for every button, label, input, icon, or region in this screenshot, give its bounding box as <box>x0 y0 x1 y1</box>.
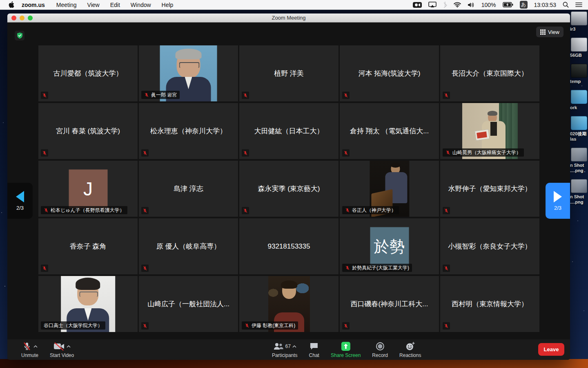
participant-tile[interactable]: 山崎晃男（大阪樟蔭女子大学） <box>440 103 539 159</box>
menu-zoom-us[interactable]: zoom.us <box>22 2 45 8</box>
participant-tile[interactable]: 山﨑広子（一般社団法人... <box>139 276 238 332</box>
zoom-window-button[interactable] <box>28 16 33 20</box>
menu-help[interactable]: Help <box>162 2 174 8</box>
start-video-button[interactable]: Start Video <box>44 339 80 360</box>
menu-window[interactable]: Window <box>131 2 151 8</box>
window-title-bar[interactable]: Zoom Meeting <box>7 13 570 22</box>
window-title: Zoom Meeting <box>272 15 305 21</box>
participant-grid: 古川愛都（筑波大学）眞一郎 岩宮植野 洋美河本 拓海(筑波大学)長沼大介（東京国… <box>38 45 539 332</box>
unmute-button[interactable]: Unmute <box>16 339 44 360</box>
security-shield-icon <box>17 32 23 39</box>
participant-tile[interactable]: 谷口高士（大阪学院大学） <box>38 276 138 332</box>
participant-tile[interactable]: 西口磯春(神奈川工科大... <box>340 276 439 332</box>
traffic-lights <box>11 16 33 20</box>
screen-mirroring-icon[interactable] <box>428 2 437 8</box>
desktop-icon-shot[interactable]: n Shot ....png <box>570 179 588 205</box>
participant-tile[interactable]: 長沼大介（東京国際大） <box>440 45 539 101</box>
muted-mic-icon <box>444 323 449 328</box>
participant-avatar: 於勢 <box>370 227 409 266</box>
desktop-icon-shot[interactable]: n Shot ....png <box>570 148 588 173</box>
leave-button[interactable]: Leave <box>538 343 564 356</box>
input-source-icon[interactable]: あ <box>520 1 528 9</box>
menu-bar-clock[interactable]: 13:03:53 <box>534 2 557 8</box>
page-indicator: 2/3 <box>16 205 24 211</box>
participant-tile[interactable]: 河本 拓海(筑波大学) <box>340 45 439 101</box>
wallpaper-horizon <box>0 359 588 368</box>
participant-name: 93218153335 <box>239 218 339 274</box>
participants-count: 67 <box>285 343 291 349</box>
participant-tile[interactable]: 水野伸子（愛知東邦大学） <box>440 161 539 217</box>
participant-tile[interactable]: 眞一郎 岩宮 <box>139 45 238 101</box>
participant-name: 眞一郎 岩宮 <box>151 92 177 99</box>
participant-tile[interactable]: 伊藤 彰教(東京工科) <box>239 276 339 332</box>
mute-badge <box>141 265 149 272</box>
desktop-icon-label: n Shot ....png <box>570 194 588 205</box>
apple-menu-icon[interactable] <box>8 1 14 8</box>
mute-badge <box>443 207 450 214</box>
mute-badge <box>443 322 450 330</box>
participant-tile[interactable]: J松本じゅん子（長野県看護大学） <box>38 161 138 217</box>
desktop-icon-dark[interactable]: temp <box>570 64 588 84</box>
participant-tile[interactable]: 島津 淳志 <box>139 161 238 217</box>
chevron-up-icon[interactable] <box>33 345 38 348</box>
reactions-button[interactable]: Reactions <box>394 339 427 360</box>
desktop-icon-folder[interactable]: 020後期 las <box>570 116 588 142</box>
volume-icon[interactable] <box>468 2 475 8</box>
wifi-icon[interactable] <box>454 2 461 7</box>
macos-menu-bar: zoom.us Meeting View Edit Window Help 10… <box>0 0 588 10</box>
chevron-up-icon[interactable] <box>67 345 71 348</box>
meeting-info-shield-button[interactable] <box>15 31 24 40</box>
participant-name-label: 於勢真紀子(大阪工業大学) <box>342 264 412 272</box>
muted-mic-icon <box>42 93 47 98</box>
participants-label: Participants <box>272 352 298 358</box>
participant-tile[interactable]: 原 優人（岐阜高専） <box>139 218 238 274</box>
desktop-icon-label: temp <box>570 79 588 84</box>
participant-tile[interactable]: 谷正人（神戸大学） <box>340 161 439 217</box>
mute-badge <box>342 322 350 330</box>
next-page-button[interactable]: 2/3 <box>546 183 570 219</box>
menu-meeting[interactable]: Meeting <box>56 2 77 8</box>
participant-tile[interactable]: 宮川 春菜 (筑波大学) <box>38 103 138 159</box>
share-screen-button[interactable]: Share Screen <box>325 339 366 360</box>
folder-icon <box>571 116 587 130</box>
notification-center-icon[interactable] <box>575 2 582 7</box>
minimize-window-button[interactable] <box>20 16 24 20</box>
spotlight-icon[interactable] <box>563 2 569 8</box>
menu-edit[interactable]: Edit <box>110 2 120 8</box>
participant-tile[interactable]: 古川愛都（筑波大学） <box>38 45 138 101</box>
participant-tile[interactable]: 93218153335 <box>239 218 339 274</box>
zoom-camera-icon[interactable] <box>413 2 422 8</box>
participant-tile[interactable]: 小槻智彩（奈良女子大学） <box>440 218 539 274</box>
gallery-grid-icon <box>540 29 546 35</box>
participant-tile[interactable]: 於勢於勢真紀子(大阪工業大学) <box>340 218 439 274</box>
video-extra <box>475 129 490 141</box>
participant-tile[interactable]: 西村明（東京情報大学） <box>440 276 539 332</box>
participant-name-label: 眞一郎 岩宮 <box>141 91 180 99</box>
participant-tile[interactable]: 植野 洋美 <box>239 45 339 101</box>
participant-tile[interactable]: 大田健紘（日本工大） <box>239 103 339 159</box>
participant-tile[interactable]: 香奈子 森角 <box>38 218 138 274</box>
participants-button[interactable]: 67 Participants <box>266 339 303 360</box>
desktop-icon-card[interactable]: 56GB <box>570 38 588 58</box>
chevron-up-icon[interactable] <box>292 345 296 348</box>
muted-mic-icon <box>42 150 47 155</box>
menu-view[interactable]: View <box>87 2 100 8</box>
participant-tile[interactable]: 森永実季 (東京藝大) <box>239 161 339 217</box>
desktop-icon-drive[interactable]: ir3 <box>570 11 588 32</box>
share-screen-label: Share Screen <box>331 352 361 358</box>
participant-tile[interactable]: 倉持 翔太 （電気通信大... <box>340 103 439 159</box>
record-icon <box>376 342 385 351</box>
bluetooth-icon[interactable] <box>443 2 447 8</box>
participant-name: 大田健紘（日本工大） <box>239 103 339 159</box>
view-button[interactable]: View <box>536 27 564 37</box>
muted-mic-icon <box>245 323 249 328</box>
chat-button[interactable]: Chat <box>303 339 325 360</box>
start-video-label: Start Video <box>50 352 74 358</box>
participant-tile[interactable]: 松永理恵（神奈川大学） <box>139 103 238 159</box>
close-window-button[interactable] <box>11 16 16 20</box>
battery-charging-icon[interactable] <box>503 2 513 7</box>
desktop-icon-folder[interactable]: ork <box>570 90 588 110</box>
record-button[interactable]: Record <box>366 339 394 360</box>
participant-name: 長沼大介（東京国際大） <box>440 45 539 101</box>
previous-page-button[interactable]: 2/3 <box>7 183 33 219</box>
